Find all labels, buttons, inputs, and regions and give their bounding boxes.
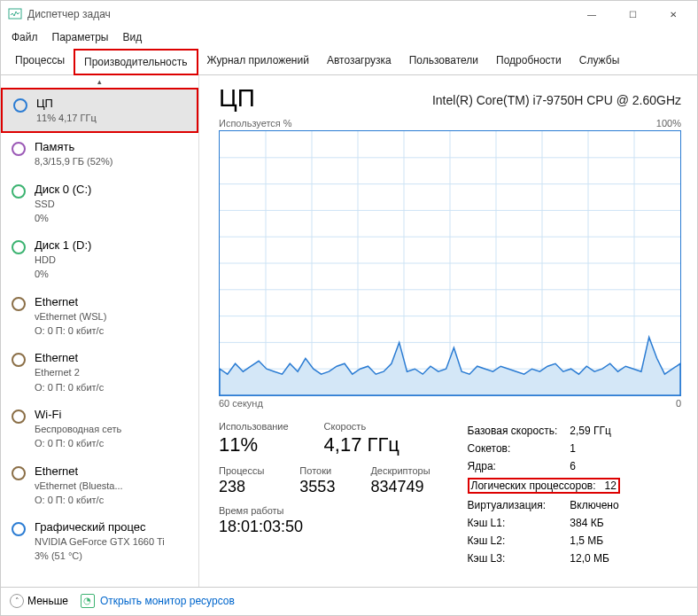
- processes-label: Процессы: [219, 465, 264, 476]
- handles-value: 834749: [370, 478, 430, 496]
- tab-performance[interactable]: Производительность: [74, 49, 198, 75]
- base-value: 2,59 ГГц: [570, 423, 629, 439]
- sidebar-item-memory[interactable]: Память 8,3/15,9 ГБ (52%): [1, 133, 198, 175]
- sidebar-eth1-sub1: vEthernet (WSL): [35, 310, 106, 323]
- window-title: Диспетчер задач: [27, 8, 111, 20]
- speed-value: 4,17 ГГц: [324, 433, 399, 456]
- menubar: Файл Параметры Вид: [1, 27, 697, 49]
- tabs: Процессы Производительность Журнал прило…: [1, 49, 697, 75]
- handles-label: Дескрипторы: [370, 465, 430, 476]
- tab-apphistory[interactable]: Журнал приложений: [198, 49, 318, 74]
- sockets-value: 1: [570, 441, 629, 456]
- maximize-button[interactable]: ☐: [612, 1, 653, 27]
- eth2-ring-icon: [12, 353, 26, 367]
- sidebar-item-eth3[interactable]: Ethernet vEthernet (Bluesta... О: 0 П: 0…: [1, 457, 198, 514]
- chart-bottom-right-label: 0: [676, 398, 681, 409]
- monitor-icon: ◔: [81, 594, 95, 608]
- minimize-button[interactable]: —: [571, 1, 612, 27]
- tab-users[interactable]: Пользователи: [400, 49, 487, 74]
- logical-label: Логических процессоров:: [471, 480, 596, 492]
- sidebar-eth1-label: Ethernet: [35, 295, 106, 308]
- sidebar-eth2-label: Ethernet: [35, 351, 104, 364]
- eth3-ring-icon: [12, 466, 26, 480]
- usage-label: Использование: [219, 421, 289, 432]
- cores-value: 6: [570, 458, 629, 474]
- less-button[interactable]: ˄ Меньше: [10, 594, 68, 608]
- open-resource-monitor[interactable]: ◔ Открыть монитор ресурсов: [81, 594, 235, 608]
- l2-label: Кэш L2:: [468, 533, 569, 549]
- cpu-ring-icon: [13, 98, 27, 113]
- l3-label: Кэш L3:: [468, 550, 569, 566]
- monitor-label: Открыть монитор ресурсов: [100, 595, 235, 607]
- page-title: ЦП: [219, 84, 255, 113]
- sidebar-item-disk1[interactable]: Диск 1 (D:) HDD 0%: [1, 231, 198, 288]
- menu-view[interactable]: Вид: [122, 31, 142, 43]
- taskmgr-icon: [8, 7, 22, 21]
- sidebar-disk0-sub2: 0%: [35, 212, 91, 224]
- uptime-value: 18:01:03:50: [219, 518, 430, 536]
- threads-label: Потоки: [299, 465, 335, 476]
- sidebar-eth3-sub1: vEthernet (Bluesta...: [35, 480, 123, 492]
- sidebar-item-eth2[interactable]: Ethernet Ethernet 2 О: 0 П: 0 кбит/с: [1, 344, 198, 401]
- footer: ˄ Меньше ◔ Открыть монитор ресурсов: [1, 587, 697, 613]
- cpu-chart: [219, 130, 681, 396]
- close-button[interactable]: ✕: [653, 1, 694, 27]
- processes-value: 238: [219, 478, 264, 496]
- memory-ring-icon: [12, 142, 26, 156]
- sidebar-gpu-sub2: 3% (51 °C): [35, 550, 165, 562]
- sidebar-item-wifi[interactable]: Wi-Fi Беспроводная сеть О: 0 П: 0 кбит/с: [1, 401, 198, 457]
- cores-label: Ядра:: [468, 458, 569, 474]
- sidebar-gpu-label: Графический процес: [35, 520, 165, 534]
- cpu-model: Intel(R) Core(TM) i7-9750H CPU @ 2.60GHz: [432, 93, 681, 107]
- scroll-up-icon[interactable]: ▴: [1, 75, 198, 88]
- sidebar-eth1-sub2: О: 0 П: 0 кбит/с: [35, 324, 106, 337]
- sidebar: ▴ ЦП 11% 4,17 ГГц Память 8,3/15,9 ГБ (52…: [1, 75, 199, 587]
- uptime-label: Время работы: [219, 505, 430, 516]
- disk0-ring-icon: [12, 184, 26, 199]
- sidebar-wifi-label: Wi-Fi: [35, 408, 121, 421]
- titlebar: Диспетчер задач — ☐ ✕: [1, 1, 697, 27]
- content: ЦП Intel(R) Core(TM) i7-9750H CPU @ 2.60…: [199, 75, 697, 587]
- sidebar-disk1-sub1: HDD: [35, 253, 91, 266]
- sidebar-eth3-label: Ethernet: [35, 464, 123, 478]
- tab-startup[interactable]: Автозагрузка: [318, 49, 400, 74]
- menu-file[interactable]: Файл: [12, 31, 38, 43]
- sidebar-wifi-sub2: О: 0 П: 0 кбит/с: [35, 437, 121, 449]
- sidebar-disk1-sub2: 0%: [35, 268, 91, 280]
- sidebar-item-gpu[interactable]: Графический процес NVIDIA GeForce GTX 16…: [1, 513, 198, 570]
- menu-options[interactable]: Параметры: [52, 31, 109, 43]
- sidebar-item-eth1[interactable]: Ethernet vEthernet (WSL) О: 0 П: 0 кбит/…: [1, 288, 198, 345]
- sockets-label: Сокетов:: [468, 441, 569, 456]
- sidebar-gpu-sub1: NVIDIA GeForce GTX 1660 Ti: [35, 535, 165, 548]
- base-label: Базовая скорость:: [468, 423, 569, 439]
- sidebar-cpu-sub: 11% 4,17 ГГц: [36, 112, 97, 124]
- threads-value: 3553: [299, 478, 335, 496]
- sidebar-wifi-sub1: Беспроводная сеть: [35, 423, 121, 435]
- virt-label: Виртуализация:: [468, 497, 569, 513]
- l1-label: Кэш L1:: [468, 515, 569, 531]
- wifi-ring-icon: [12, 409, 26, 424]
- speed-label: Скорость: [324, 421, 399, 432]
- chart-top-left-label: Используется %: [219, 118, 292, 129]
- sidebar-cpu-label: ЦП: [36, 97, 97, 110]
- sidebar-disk0-sub1: SSD: [35, 198, 91, 210]
- sidebar-eth3-sub2: О: 0 П: 0 кбит/с: [35, 494, 123, 506]
- sidebar-memory-sub: 8,3/15,9 ГБ (52%): [35, 155, 112, 168]
- sidebar-eth2-sub1: Ethernet 2: [35, 366, 104, 378]
- eth1-ring-icon: [12, 297, 26, 311]
- disk1-ring-icon: [12, 240, 26, 254]
- l3-value: 12,0 МБ: [570, 550, 629, 566]
- tab-services[interactable]: Службы: [570, 49, 628, 74]
- usage-value: 11%: [219, 433, 289, 456]
- chevron-up-icon: ˄: [10, 594, 24, 608]
- sidebar-item-disk0[interactable]: Диск 0 (C:) SSD 0%: [1, 175, 198, 232]
- virt-value: Включено: [570, 497, 629, 513]
- spec-table: Базовая скорость:2,59 ГГц Сокетов:1 Ядра…: [466, 421, 631, 568]
- chart-bottom-left-label: 60 секунд: [219, 398, 263, 409]
- sidebar-disk1-label: Диск 1 (D:): [35, 238, 91, 252]
- sidebar-item-cpu[interactable]: ЦП 11% 4,17 ГГц: [1, 88, 198, 133]
- tab-processes[interactable]: Процессы: [6, 49, 74, 74]
- tab-details[interactable]: Подробности: [487, 49, 570, 74]
- sidebar-eth2-sub2: О: 0 П: 0 кбит/с: [35, 381, 104, 394]
- chart-top-right-label: 100%: [656, 118, 681, 129]
